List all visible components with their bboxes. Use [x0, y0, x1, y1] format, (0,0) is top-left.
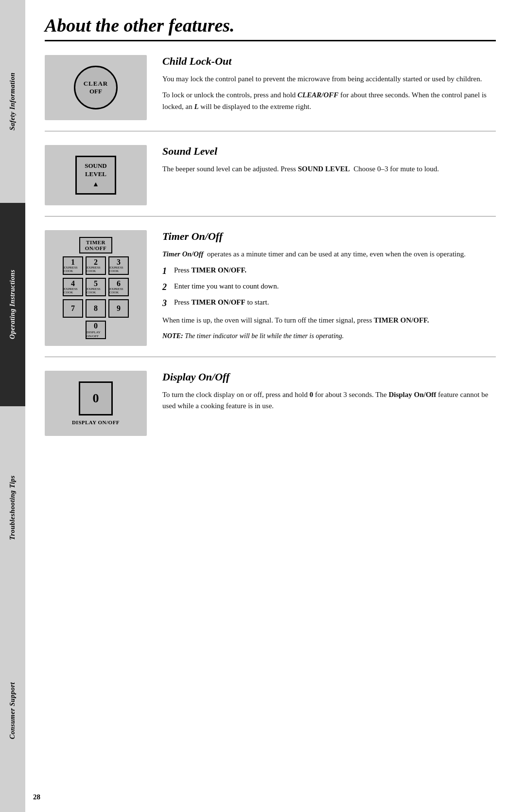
key-8[interactable]: 8: [86, 299, 106, 318]
key-1[interactable]: 1 EXPRESS COOK: [63, 256, 83, 275]
child-lock-para1: You may lock the control panel to preven…: [162, 73, 496, 85]
section-display-onoff: 0 DISPLAY ON/OFF Display On/Off To turn …: [45, 357, 496, 447]
keypad-row-0: 0 DISPLAY ON/OFF: [86, 321, 106, 339]
display-onoff-image: 0 DISPLAY ON/OFF: [45, 371, 147, 436]
key-7[interactable]: 7: [63, 299, 83, 318]
display-onoff-content: Display On/Off To turn the clock display…: [162, 371, 496, 417]
child-lock-image: CLEAR OFF: [45, 55, 147, 120]
sound-level-image: SOUND LEVEL ▲: [45, 145, 147, 205]
keypad-row-1: 1 EXPRESS COOK 2 EXPRESS COOK 3 EXPRESS …: [63, 256, 129, 275]
sidebar-section-tips: Troubleshooting Tips: [0, 406, 25, 609]
display-zero-button[interactable]: 0: [79, 381, 113, 415]
child-lock-content: Child Lock-Out You may lock the control …: [162, 55, 496, 117]
clear-off-button[interactable]: CLEAR OFF: [74, 66, 118, 109]
display-panel: 0 DISPLAY ON/OFF: [72, 381, 120, 425]
display-onoff-label: DISPLAY ON/OFF: [72, 419, 120, 425]
display-onoff-title: Display On/Off: [162, 371, 496, 383]
main-content: About the other features. CLEAR OFF Chil…: [25, 0, 525, 812]
page-title: About the other features.: [45, 15, 496, 41]
timer-steps: 1 Press TIMER ON/OFF. 2 Enter time you w…: [162, 265, 496, 310]
key-3[interactable]: 3 EXPRESS COOK: [108, 256, 129, 275]
key-0[interactable]: 0 DISPLAY ON/OFF: [86, 321, 106, 339]
sound-level-button[interactable]: SOUND LEVEL ▲: [75, 156, 116, 195]
page-number: 28: [33, 793, 40, 801]
timer-intro: Timer On/Off operates as a minute timer …: [162, 249, 496, 260]
section-child-lock: CLEAR OFF Child Lock-Out You may lock th…: [45, 41, 496, 131]
key-5[interactable]: 5 EXPRESS COOK: [86, 278, 106, 296]
timer-after-steps: When time is up, the oven will signal. T…: [162, 315, 496, 326]
keypad-row-3: 7 8 9: [63, 299, 129, 318]
display-onoff-para: To turn the clock display on or off, pre…: [162, 389, 496, 412]
keypad-row-2: 4 EXPRESS COOK 5 EXPRESS COOK 6 EXPRESS …: [63, 278, 129, 296]
timer-panel: TIMER ON/OFF 1 EXPRESS COOK 2 EXPRESS CO…: [63, 237, 129, 339]
step-1: 1 Press TIMER ON/OFF.: [162, 265, 496, 278]
clear-off-top: CLEAR: [84, 80, 108, 88]
key-4[interactable]: 4 EXPRESS COOK: [63, 278, 83, 296]
sidebar-label-safety: Safety Information: [9, 72, 17, 130]
timer-title: Timer On/Off: [162, 230, 496, 243]
step-2: 2 Enter time you want to count down.: [162, 281, 496, 294]
timer-content: Timer On/Off Timer On/Off operates as a …: [162, 230, 496, 342]
sidebar-label-operating: Operating Instructions: [9, 270, 17, 339]
sound-level-para: The beeper sound level can be adjusted. …: [162, 163, 496, 175]
step-3: 3 Press TIMER ON/OFF to start.: [162, 297, 496, 310]
sidebar-section-operating: Operating Instructions: [0, 203, 25, 406]
sidebar-section-safety: Safety Information: [0, 0, 25, 203]
sidebar-section-consumer: Consumer Support: [0, 609, 25, 812]
child-lock-title: Child Lock-Out: [162, 55, 496, 68]
section-sound-level: SOUND LEVEL ▲ Sound Level The beeper sou…: [45, 131, 496, 217]
key-9[interactable]: 9: [108, 299, 129, 318]
sidebar-label-tips: Troubleshooting Tips: [9, 475, 17, 540]
clear-off-bottom: OFF: [89, 88, 102, 95]
key-6[interactable]: 6 EXPRESS COOK: [108, 278, 129, 296]
sidebar-label-consumer: Consumer Support: [9, 682, 17, 739]
sound-level-arrow: ▲: [92, 180, 99, 188]
sound-level-content: Sound Level The beeper sound level can b…: [162, 145, 496, 180]
child-lock-para2: To lock or unlock the controls, press an…: [162, 90, 496, 112]
timer-label: TIMER ON/OFF: [79, 237, 113, 253]
section-timer: TIMER ON/OFF 1 EXPRESS COOK 2 EXPRESS CO…: [45, 217, 496, 357]
key-2[interactable]: 2 EXPRESS COOK: [86, 256, 106, 275]
sound-level-title: Sound Level: [162, 145, 496, 158]
sidebar: Safety Information Operating Instruction…: [0, 0, 25, 812]
timer-image: TIMER ON/OFF 1 EXPRESS COOK 2 EXPRESS CO…: [45, 230, 147, 346]
sound-level-text: SOUND LEVEL: [85, 162, 107, 179]
timer-note: NOTE: The timer indicator will be lit wh…: [162, 331, 496, 341]
